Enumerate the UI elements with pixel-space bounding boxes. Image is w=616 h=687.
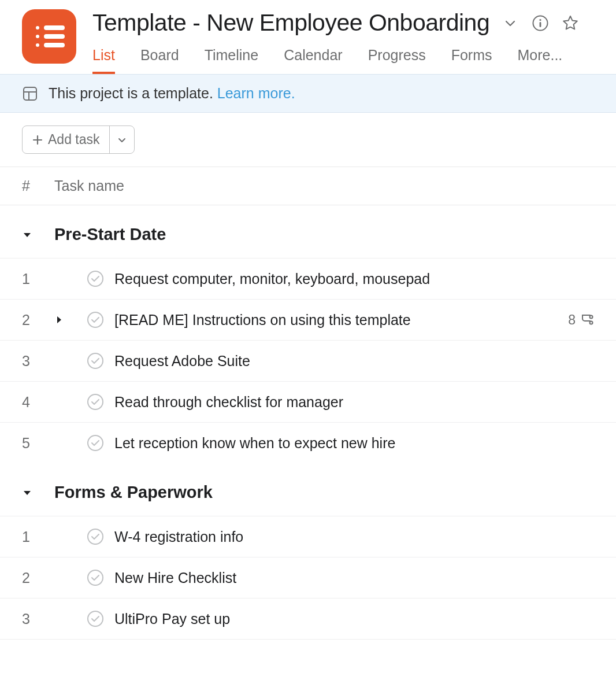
- svg-point-14: [88, 271, 103, 286]
- tab-calendar[interactable]: Calendar: [284, 47, 342, 74]
- tab-progress[interactable]: Progress: [368, 47, 426, 74]
- task-name[interactable]: Request Adobe Suite: [114, 353, 594, 370]
- section-title[interactable]: Forms & Paperwork: [54, 483, 213, 502]
- template-banner-icon: [22, 86, 38, 102]
- svg-point-17: [590, 322, 593, 324]
- svg-rect-1: [44, 25, 65, 30]
- svg-point-22: [88, 570, 103, 585]
- info-icon[interactable]: [531, 14, 550, 32]
- complete-check-icon[interactable]: [87, 393, 114, 411]
- task-name[interactable]: UltiPro Pay set up: [114, 611, 594, 627]
- complete-check-icon[interactable]: [87, 311, 114, 328]
- complete-check-icon[interactable]: [87, 528, 114, 545]
- task-row[interactable]: 1Request computer, monitor, keyboard, mo…: [0, 258, 616, 299]
- subtask-icon: [580, 313, 594, 327]
- task-number: 2: [22, 312, 54, 328]
- task-number: 1: [22, 271, 54, 287]
- svg-point-16: [590, 316, 593, 319]
- task-row[interactable]: 3UltiPro Pay set up: [0, 598, 616, 640]
- svg-point-0: [36, 26, 39, 29]
- section-title[interactable]: Pre-Start Date: [54, 225, 166, 244]
- task-name[interactable]: [READ ME] Instructions on using this tem…: [114, 312, 568, 328]
- section-toggle-icon[interactable]: [22, 487, 54, 498]
- svg-point-7: [540, 19, 541, 20]
- svg-rect-9: [24, 87, 36, 100]
- task-name[interactable]: Let reception know when to expect new hi…: [114, 435, 594, 452]
- task-number: 3: [22, 611, 54, 627]
- task-number: 2: [22, 570, 54, 586]
- task-name[interactable]: New Hire Checklist: [114, 570, 594, 586]
- add-task-button[interactable]: Add task: [23, 126, 109, 153]
- banner-text: This project is a template.: [49, 85, 213, 101]
- project-title[interactable]: Template - New Employee Onboarding: [92, 9, 489, 36]
- task-row[interactable]: 2New Hire Checklist: [0, 557, 616, 598]
- complete-check-icon[interactable]: [87, 610, 114, 627]
- task-row[interactable]: 5Let reception know when to expect new h…: [0, 422, 616, 463]
- star-icon[interactable]: [561, 14, 580, 32]
- tab-more[interactable]: More...: [518, 47, 563, 74]
- expand-subtasks-icon[interactable]: [54, 315, 87, 324]
- svg-point-4: [36, 43, 39, 47]
- section-toggle-icon[interactable]: [22, 230, 54, 240]
- add-task-label: Add task: [48, 132, 100, 147]
- tab-board[interactable]: Board: [140, 47, 179, 74]
- svg-point-2: [36, 35, 39, 38]
- complete-check-icon[interactable]: [87, 352, 114, 370]
- tab-list[interactable]: List: [92, 47, 115, 74]
- project-menu-caret[interactable]: [501, 14, 519, 32]
- plus-icon: [32, 134, 43, 146]
- task-number: 5: [22, 435, 54, 452]
- svg-point-21: [88, 529, 103, 544]
- svg-rect-5: [44, 43, 65, 47]
- column-number-header: #: [22, 178, 54, 194]
- svg-point-18: [88, 353, 103, 368]
- svg-point-19: [88, 394, 103, 409]
- task-number: 1: [22, 529, 54, 545]
- complete-check-icon[interactable]: [87, 434, 114, 452]
- banner-learn-more-link[interactable]: Learn more.: [217, 85, 295, 101]
- svg-point-23: [88, 611, 103, 626]
- task-row[interactable]: 1 W-4 registration info: [0, 516, 616, 557]
- tab-forms[interactable]: Forms: [451, 47, 492, 74]
- column-name-header: Task name: [54, 178, 594, 194]
- task-name[interactable]: W-4 registration info: [114, 529, 594, 545]
- svg-point-20: [88, 435, 103, 450]
- complete-check-icon[interactable]: [87, 270, 114, 287]
- project-icon[interactable]: [22, 9, 76, 64]
- svg-point-15: [88, 312, 103, 327]
- svg-rect-3: [44, 34, 65, 39]
- task-name[interactable]: Request computer, monitor, keyboard, mou…: [114, 271, 594, 287]
- add-task-dropdown[interactable]: [109, 126, 134, 153]
- tab-timeline[interactable]: Timeline: [205, 47, 259, 74]
- task-row[interactable]: 2[READ ME] Instructions on using this te…: [0, 299, 616, 340]
- task-name[interactable]: Read through checklist for manager: [114, 394, 594, 411]
- task-row[interactable]: 3Request Adobe Suite: [0, 340, 616, 381]
- subtask-count: 8: [568, 312, 594, 328]
- complete-check-icon[interactable]: [87, 569, 114, 586]
- task-row[interactable]: 4Read through checklist for manager: [0, 381, 616, 422]
- task-number: 3: [22, 353, 54, 370]
- svg-rect-8: [540, 22, 541, 27]
- task-number: 4: [22, 394, 54, 411]
